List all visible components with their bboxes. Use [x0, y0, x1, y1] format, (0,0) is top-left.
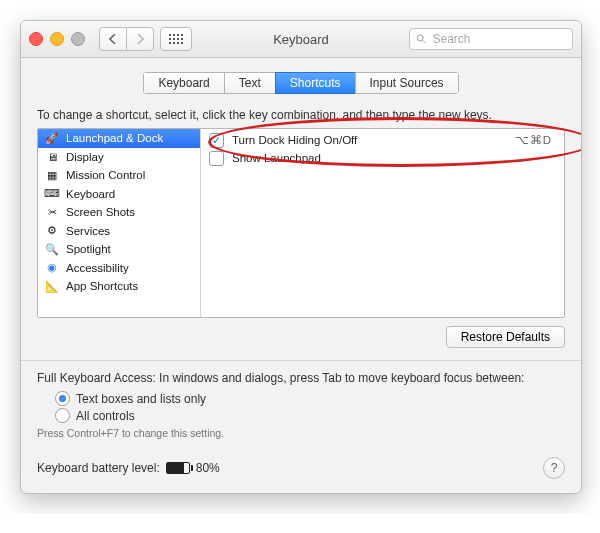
minimize-icon[interactable]: [50, 32, 64, 46]
shortcut-panes: 🚀 Launchpad & Dock 🖥 Display ▦ Mission C…: [37, 128, 565, 318]
instruction-text: To change a shortcut, select it, click t…: [37, 108, 565, 122]
radio-all-controls[interactable]: All controls: [55, 408, 565, 423]
help-button[interactable]: ?: [543, 457, 565, 479]
category-app-shortcuts[interactable]: 📐 App Shortcuts: [38, 277, 200, 296]
svg-point-0: [417, 35, 423, 41]
checkbox[interactable]: [209, 151, 224, 166]
shortcut-label: Turn Dock Hiding On/Off: [232, 134, 515, 146]
shortcut-row[interactable]: Show Launchpad: [205, 149, 560, 167]
category-display[interactable]: 🖥 Display: [38, 148, 200, 167]
screenshot-icon: ✂: [44, 205, 60, 219]
search-field[interactable]: [409, 28, 573, 50]
category-label: Keyboard: [66, 188, 115, 200]
svg-line-1: [423, 41, 425, 43]
radio-text-boxes[interactable]: Text boxes and lists only: [55, 391, 565, 406]
close-icon[interactable]: [29, 32, 43, 46]
radio-icon[interactable]: [55, 391, 70, 406]
category-list[interactable]: 🚀 Launchpad & Dock 🖥 Display ▦ Mission C…: [38, 129, 201, 317]
shortcut-label: Show Launchpad: [232, 152, 552, 164]
radio-label: Text boxes and lists only: [76, 392, 206, 406]
shortcut-list: ✓ Turn Dock Hiding On/Off ⌥⌘D Show Launc…: [201, 129, 564, 317]
tab-shortcuts[interactable]: Shortcuts: [275, 72, 355, 94]
category-label: Mission Control: [66, 169, 145, 181]
content: Keyboard Text Shortcuts Input Sources To…: [21, 58, 581, 493]
grid-icon: [169, 34, 183, 44]
battery-percent: 80%: [196, 461, 220, 475]
accessibility-icon: ◉: [44, 261, 60, 275]
category-label: App Shortcuts: [66, 280, 138, 292]
divider: [21, 360, 581, 361]
category-mission-control[interactable]: ▦ Mission Control: [38, 166, 200, 185]
mission-control-icon: ▦: [44, 168, 60, 182]
display-icon: 🖥: [44, 150, 60, 164]
category-services[interactable]: ⚙ Services: [38, 222, 200, 241]
category-label: Services: [66, 225, 110, 237]
category-label: Spotlight: [66, 243, 111, 255]
category-accessibility[interactable]: ◉ Accessibility: [38, 259, 200, 278]
category-keyboard[interactable]: ⌨ Keyboard: [38, 185, 200, 204]
battery-icon: [166, 462, 190, 474]
tab-bar: Keyboard Text Shortcuts Input Sources: [37, 72, 565, 94]
app-shortcuts-icon: 📐: [44, 279, 60, 293]
category-label: Display: [66, 151, 104, 163]
category-label: Screen Shots: [66, 206, 135, 218]
back-button[interactable]: [99, 27, 126, 51]
search-input[interactable]: [431, 31, 566, 47]
show-all-button[interactable]: [160, 27, 192, 51]
keyboard-icon: ⌨: [44, 187, 60, 201]
tab-keyboard[interactable]: Keyboard: [143, 72, 223, 94]
nav-buttons: [99, 27, 154, 51]
launchpad-icon: 🚀: [44, 131, 60, 145]
fka-label: Full Keyboard Access: In windows and dia…: [37, 371, 565, 385]
category-spotlight[interactable]: 🔍 Spotlight: [38, 240, 200, 259]
category-label: Launchpad & Dock: [66, 132, 163, 144]
fka-hint: Press Control+F7 to change this setting.: [37, 427, 565, 439]
battery-label: Keyboard battery level:: [37, 461, 160, 475]
category-screen-shots[interactable]: ✂ Screen Shots: [38, 203, 200, 222]
traffic-lights: [29, 32, 85, 46]
footer: Keyboard battery level: 80% ?: [37, 457, 565, 479]
search-icon: [416, 33, 427, 45]
spotlight-icon: 🔍: [44, 242, 60, 256]
shortcut-row[interactable]: ✓ Turn Dock Hiding On/Off ⌥⌘D: [205, 131, 560, 149]
preferences-window: Keyboard Keyboard Text Shortcuts Input S…: [20, 20, 582, 494]
titlebar: Keyboard: [21, 21, 581, 58]
shortcut-keys[interactable]: ⌥⌘D: [515, 133, 552, 147]
tab-input-sources[interactable]: Input Sources: [355, 72, 459, 94]
services-icon: ⚙: [44, 224, 60, 238]
tab-text[interactable]: Text: [224, 72, 275, 94]
radio-icon[interactable]: [55, 408, 70, 423]
category-launchpad-dock[interactable]: 🚀 Launchpad & Dock: [38, 129, 200, 148]
restore-defaults-button[interactable]: Restore Defaults: [446, 326, 565, 348]
forward-button[interactable]: [126, 27, 154, 51]
maximize-icon: [71, 32, 85, 46]
radio-label: All controls: [76, 409, 135, 423]
category-label: Accessibility: [66, 262, 129, 274]
checkbox[interactable]: ✓: [209, 133, 224, 148]
